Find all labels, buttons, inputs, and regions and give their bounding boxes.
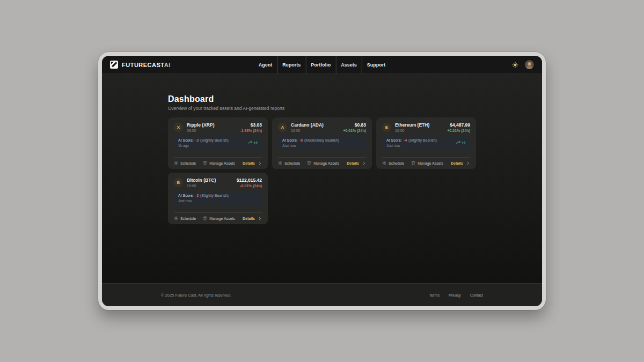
nav-item-agent[interactable]: Agent bbox=[254, 56, 277, 74]
trend-badge: +1 bbox=[456, 141, 466, 145]
ai-sentiment: (Moderately Bearish) bbox=[304, 138, 339, 142]
schedule-button[interactable]: Schedule bbox=[174, 216, 196, 220]
chevron-right-icon bbox=[466, 161, 470, 165]
schedule-label: Schedule bbox=[180, 217, 196, 220]
ai-score-label: AI Score: bbox=[386, 138, 402, 142]
asset-card-ripple: X Ripple (XRP) 09:00 $3.03 -1.93% (24h) bbox=[168, 117, 268, 169]
asset-initial-badge: B bbox=[174, 178, 183, 187]
schedule-label: Schedule bbox=[180, 161, 196, 165]
ai-score-value: -3 bbox=[195, 138, 199, 142]
details-label: Details bbox=[451, 161, 463, 165]
chevron-right-icon bbox=[258, 161, 262, 165]
footer-link-contact[interactable]: Contact bbox=[470, 293, 483, 297]
ai-score-label: AI Score: bbox=[282, 138, 298, 142]
brand-logo-icon bbox=[110, 61, 118, 69]
schedule-button[interactable]: Schedule bbox=[174, 161, 196, 165]
asset-change: +0.21% (24h) bbox=[447, 129, 470, 132]
asset-price: $0.83 bbox=[343, 122, 366, 128]
gear-icon bbox=[174, 216, 178, 220]
asset-name: Bitcoin (BTC) bbox=[187, 178, 216, 183]
trend-value: +1 bbox=[462, 141, 466, 145]
manage-assets-label: Manage Assets bbox=[418, 161, 443, 165]
ai-sentiment: (Slightly Bearish) bbox=[408, 138, 437, 142]
device-frame: FUTURECASTAI Agent Reports Portfolio Ass… bbox=[98, 52, 546, 310]
asset-time: 10:00 bbox=[291, 129, 324, 132]
page-subtitle: Overview of your tracked assets and AI-g… bbox=[168, 106, 476, 111]
footer-links: Terms Privacy Contact bbox=[429, 293, 483, 297]
schedule-button[interactable]: Schedule bbox=[382, 161, 404, 165]
nav-item-reports[interactable]: Reports bbox=[277, 56, 305, 74]
ai-sentiment: (Slightly Bearish) bbox=[200, 138, 229, 142]
asset-name: Ripple (XRP) bbox=[187, 122, 214, 128]
ai-score-value: -4 bbox=[404, 138, 407, 142]
details-button[interactable]: Details bbox=[243, 161, 262, 165]
details-button[interactable]: Details bbox=[451, 161, 470, 165]
asset-name: Cardano (ADA) bbox=[291, 122, 324, 128]
theme-toggle-sun-icon[interactable] bbox=[512, 62, 518, 68]
details-button[interactable]: Details bbox=[347, 161, 366, 165]
details-button[interactable]: Details bbox=[243, 217, 262, 220]
ai-score-label: AI Score: bbox=[178, 138, 194, 142]
trending-up-icon bbox=[247, 141, 252, 145]
card-actions: Schedule Manage Assets Details bbox=[174, 157, 262, 169]
trash-icon bbox=[307, 161, 311, 165]
trend-value: +2 bbox=[253, 141, 258, 145]
manage-assets-button[interactable]: Manage Assets bbox=[411, 161, 443, 165]
card-actions: Schedule Manage Assets Details bbox=[382, 157, 470, 169]
asset-price: $4,487.99 bbox=[447, 122, 470, 128]
asset-card-bitcoin: B Bitcoin (BTC) 10:00 $122,015.42 -0.01%… bbox=[168, 173, 268, 224]
gear-icon bbox=[382, 161, 386, 165]
main-area: Dashboard Overview of your tracked asset… bbox=[102, 74, 542, 283]
footer-link-terms[interactable]: Terms bbox=[429, 293, 440, 297]
asset-time: 10:00 bbox=[395, 129, 429, 132]
manage-assets-button[interactable]: Manage Assets bbox=[307, 161, 339, 165]
main-nav: Agent Reports Portfolio Assets Support bbox=[254, 56, 391, 73]
asset-initial-badge: A bbox=[278, 123, 287, 132]
ai-sentiment: (Slightly Bearish) bbox=[200, 194, 229, 197]
user-avatar[interactable] bbox=[525, 60, 534, 69]
manage-assets-label: Manage Assets bbox=[209, 217, 235, 220]
gear-icon bbox=[174, 161, 178, 165]
copyright-text: © 2025 Future Cast. All rights reserved. bbox=[161, 293, 231, 298]
asset-time: 10:00 bbox=[187, 184, 216, 188]
ai-updated-time: Just now bbox=[178, 199, 229, 203]
brand-name: FUTURECASTAI bbox=[122, 62, 171, 68]
trend-badge: +2 bbox=[247, 141, 258, 145]
asset-card-ethereum: E Ethereum (ETH) 10:00 $4,487.99 +0.21% … bbox=[376, 117, 476, 169]
ai-score-panel: AI Score: -3 (Slightly Bearish) 1h ago +… bbox=[174, 136, 262, 150]
schedule-label: Schedule bbox=[389, 161, 404, 165]
header-actions bbox=[512, 60, 534, 69]
manage-assets-label: Manage Assets bbox=[209, 161, 235, 165]
manage-assets-label: Manage Assets bbox=[313, 161, 339, 165]
schedule-label: Schedule bbox=[284, 161, 300, 165]
details-label: Details bbox=[347, 161, 359, 165]
ai-score-value: -3 bbox=[195, 194, 199, 197]
brand-home-link[interactable]: FUTURECASTAI bbox=[110, 61, 171, 69]
card-actions: Schedule Manage Assets Details bbox=[174, 212, 262, 224]
ai-score-panel: AI Score: -4 (Slightly Bearish) Just now… bbox=[382, 136, 470, 150]
manage-assets-button[interactable]: Manage Assets bbox=[203, 161, 235, 165]
asset-initial-badge: E bbox=[382, 123, 391, 132]
asset-change: -1.93% (24h) bbox=[240, 129, 262, 132]
card-actions: Schedule Manage Assets Details bbox=[278, 157, 366, 169]
chevron-right-icon bbox=[362, 161, 366, 165]
trash-icon bbox=[203, 161, 207, 165]
details-label: Details bbox=[243, 161, 255, 165]
asset-change: +0.01% (24h) bbox=[343, 129, 366, 132]
footer-link-privacy[interactable]: Privacy bbox=[449, 293, 461, 297]
asset-card-grid: X Ripple (XRP) 09:00 $3.03 -1.93% (24h) bbox=[168, 117, 476, 224]
page-title: Dashboard bbox=[168, 94, 476, 104]
ai-score-panel: AI Score: -6 (Moderately Bearish) Just n… bbox=[278, 136, 366, 150]
trending-up-icon bbox=[456, 141, 460, 145]
ai-updated-time: Just now bbox=[282, 144, 339, 147]
asset-card-cardano: A Cardano (ADA) 10:00 $0.83 +0.01% (24h) bbox=[272, 117, 372, 169]
nav-item-assets[interactable]: Assets bbox=[335, 56, 362, 74]
nav-item-support[interactable]: Support bbox=[362, 56, 391, 74]
nav-item-portfolio[interactable]: Portfolio bbox=[305, 56, 335, 74]
schedule-button[interactable]: Schedule bbox=[278, 161, 300, 165]
manage-assets-button[interactable]: Manage Assets bbox=[203, 216, 235, 220]
ai-score-value: -6 bbox=[299, 138, 303, 142]
asset-time: 09:00 bbox=[187, 129, 214, 132]
chevron-right-icon bbox=[258, 217, 262, 220]
trash-icon bbox=[411, 161, 415, 165]
